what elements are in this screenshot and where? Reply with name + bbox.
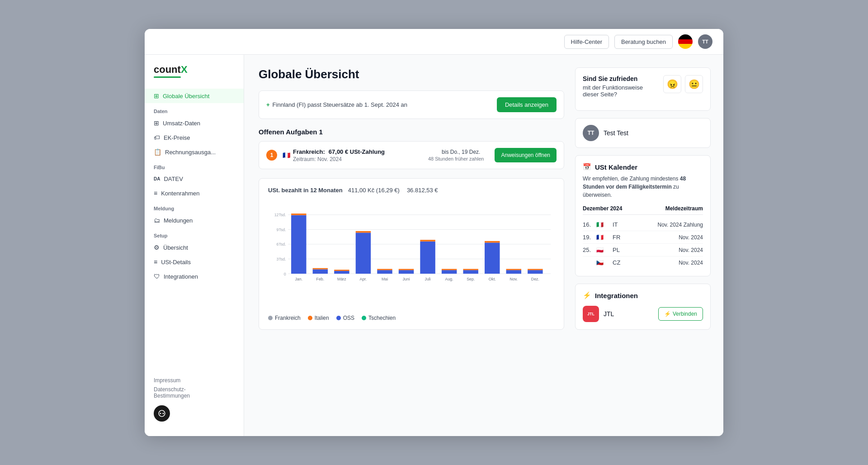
- detail-icon: ≡: [154, 258, 157, 266]
- angry-emoji-button[interactable]: 😠: [663, 75, 681, 93]
- settings-icon: ⚙: [154, 244, 160, 251]
- banner-plus-icon: +: [266, 101, 270, 108]
- task-info: Frankreich: 67,00 € USt-Zahlung Zeitraum…: [293, 148, 385, 162]
- sidebar-item-ubersicht[interactable]: ⚙ Übersicht: [145, 240, 244, 255]
- user-avatar[interactable]: TT: [698, 34, 712, 49]
- satisfaction-title: Sind Sie zufrieden: [583, 75, 643, 82]
- sidebar-item-datev[interactable]: DA DATEV: [145, 172, 244, 186]
- poland-flag-icon: 🇵🇱: [596, 247, 613, 253]
- bar-jun-oss: [399, 270, 414, 274]
- svg-text:Juni: Juni: [402, 277, 410, 281]
- svg-text:6Tsd.: 6Tsd.: [277, 242, 286, 247]
- main-panel: Globale Übersicht + Finnland (FI) passt …: [259, 67, 564, 423]
- calendar-title: 📅 USt Kalender: [583, 163, 703, 171]
- logo: countX: [145, 64, 244, 89]
- satisfaction-subtitle: mit der Funktionsweise dieser Seite?: [583, 84, 643, 98]
- user-card: TT Test Test: [575, 118, 711, 148]
- calendar-row-pl: 25. 🇵🇱 PL Nov. 2024: [583, 244, 703, 256]
- open-instructions-button[interactable]: Anweisungen öffnen: [495, 148, 557, 162]
- bar-mai-oss: [377, 270, 392, 274]
- language-flag-icon[interactable]: [678, 34, 693, 49]
- calendar-card: 📅 USt Kalender Wir empfehlen, die Zahlun…: [575, 155, 711, 276]
- legend-oss: OSS: [336, 315, 354, 321]
- calendar-row-fr: 19. 🇫🇷 FR Nov. 2024: [583, 231, 703, 244]
- bar-sep-it: [463, 269, 478, 270]
- banner-text: + Finnland (FI) passt Steuersätze ab 1. …: [266, 101, 407, 108]
- list-icon: ≡: [154, 190, 157, 197]
- task-card: 1 🇫🇷 Frankreich: 67,00 € USt-Zahlung Zei…: [259, 141, 564, 169]
- sidebar-item-integrationen[interactable]: 🛡 Integrationen: [145, 269, 244, 284]
- calendar-header-row: Dezember 2024 Meldezeitraum: [583, 205, 703, 215]
- chart-amounts: 411,00 Kč (16,29 €) 36.812,53 €: [348, 187, 438, 194]
- bar-mar-it: [334, 270, 349, 271]
- czechia-flag-icon: 🇨🇿: [596, 259, 613, 266]
- svg-text:Jan.: Jan.: [295, 277, 302, 281]
- svg-text:9Tsd.: 9Tsd.: [277, 228, 286, 232]
- neutral-emoji-button[interactable]: 😐: [685, 75, 703, 93]
- tag-icon: 🏷: [154, 134, 160, 141]
- legend-tschechien: Tschechien: [362, 315, 396, 321]
- task-period: Zeitraum: Nov. 2024: [293, 156, 385, 162]
- sidebar-item-umsatz-daten[interactable]: ⊞ Umsatz-Daten: [145, 116, 244, 130]
- jtl-name: JTL: [604, 310, 614, 318]
- connect-button[interactable]: ⚡ Verbinden: [658, 307, 703, 321]
- sidebar-item-global-overview[interactable]: ⊞ Globale Übersicht: [145, 89, 244, 103]
- chart-card: USt. bezahlt in 12 Monaten 411,00 Kč (16…: [259, 178, 564, 330]
- calendar-row-cz: 🇨🇿 CZ Nov. 2024: [583, 256, 703, 269]
- table-icon: ⊞: [154, 119, 159, 127]
- chatbot-button[interactable]: [154, 405, 170, 422]
- connect-lightning-icon: ⚡: [664, 311, 671, 317]
- chart-title: USt. bezahlt in 12 Monaten: [268, 187, 343, 194]
- svg-text:Aug.: Aug.: [445, 277, 453, 281]
- datenschutz-link[interactable]: Datenschutz- Bestimmungen: [154, 386, 235, 399]
- legend-dot-oss: [336, 316, 341, 320]
- chart-legend: Frankreich Italien OSS Tschechien: [268, 315, 555, 321]
- svg-text:Sep.: Sep.: [467, 277, 475, 281]
- france-flag-icon-cal: 🇫🇷: [596, 234, 613, 241]
- task-title: Frankreich: 67,00 € USt-Zahlung: [293, 148, 385, 155]
- italy-flag-icon: 🇮🇹: [596, 221, 613, 228]
- content-area: Globale Übersicht + Finnland (FI) passt …: [244, 55, 723, 436]
- svg-point-1: [163, 413, 164, 414]
- sidebar-item-ust-details[interactable]: ≡ USt-Details: [145, 255, 244, 269]
- sidebar-item-ek-preise[interactable]: 🏷 EK-Preise: [145, 130, 244, 145]
- svg-text:Mai: Mai: [382, 277, 388, 281]
- banner-message: Finnland (FI) passt Steuersätze ab 1. Se…: [273, 101, 407, 108]
- notification-banner: + Finnland (FI) passt Steuersätze ab 1. …: [259, 90, 564, 119]
- book-consultation-button[interactable]: Beratung buchen: [614, 35, 673, 49]
- sidebar-item-kontenrahmen[interactable]: ≡ Kontenrahmen: [145, 186, 244, 200]
- sidebar-item-label: Rechnungsausga...: [165, 149, 216, 156]
- calendar-row-it: 16. 🇮🇹 IT Nov. 2024 Zahlung: [583, 218, 703, 231]
- sidebar-item-meldungen[interactable]: 🗂 Meldungen: [145, 213, 244, 228]
- bar-apr-oss: [356, 232, 371, 274]
- sidebar-item-rechnungsausgabe[interactable]: 📋 Rechnungsausga...: [145, 145, 244, 159]
- integrations-title: ⚡ Integrationen: [583, 291, 703, 299]
- integrations-card: ⚡ Integrationen JTL JTL ⚡ Verbinden: [575, 284, 711, 330]
- logo-underline: [154, 76, 181, 78]
- bar-okt-oss: [485, 242, 500, 274]
- sidebar-item-label: Integrationen: [164, 273, 198, 280]
- svg-text:Juli: Juli: [425, 277, 431, 281]
- bar-jan-it: [291, 214, 306, 215]
- bar-feb-oss: [313, 269, 328, 274]
- impressum-link[interactable]: Impressum: [154, 377, 235, 384]
- chart-area: 12Tsd. 9Tsd. 6Tsd. 3Tsd. 0: [268, 201, 555, 309]
- svg-text:Okt.: Okt.: [489, 277, 496, 281]
- sidebar-section-daten: Daten: [145, 103, 244, 116]
- bar-aug-oss: [442, 270, 457, 274]
- svg-text:Feb.: Feb.: [316, 277, 325, 281]
- legend-frankreich: Frankreich: [268, 315, 301, 321]
- top-bar: Hilfe-Center Beratung buchen TT: [145, 29, 723, 55]
- details-button[interactable]: Details anzeigen: [497, 97, 557, 112]
- jtl-logo: JTL: [583, 306, 599, 322]
- bar-feb-it: [313, 268, 328, 270]
- bar-nov-it: [506, 269, 521, 270]
- help-center-button[interactable]: Hilfe-Center: [564, 35, 609, 49]
- france-flag-icon: 🇫🇷: [283, 152, 290, 159]
- grid-icon: ⊞: [154, 92, 159, 100]
- satisfaction-buttons: 😠 😐: [663, 75, 703, 93]
- bar-okt-it: [485, 241, 500, 243]
- bar-sep-oss: [463, 270, 478, 274]
- svg-text:0: 0: [284, 272, 286, 276]
- satisfaction-card: Sind Sie zufrieden mit der Funktionsweis…: [575, 67, 711, 111]
